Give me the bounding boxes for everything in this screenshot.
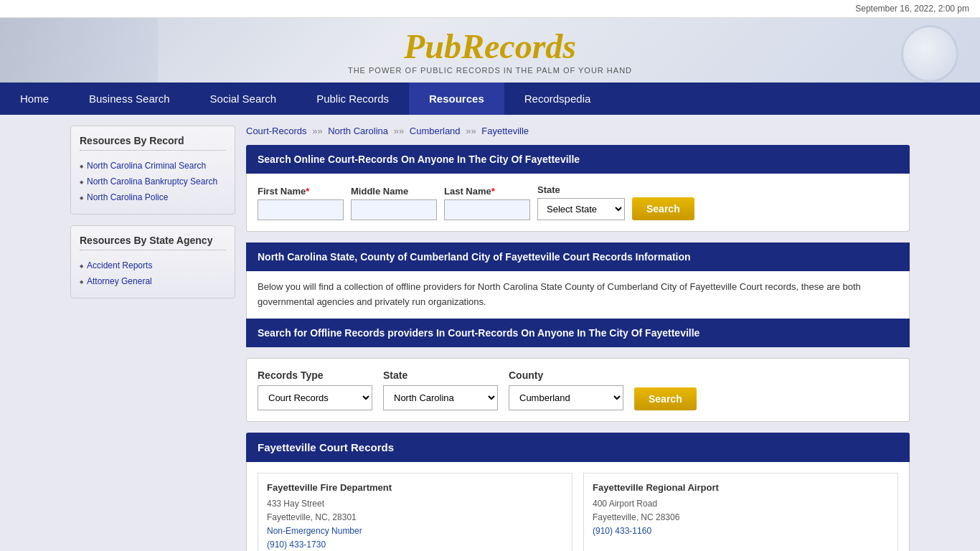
- sidebar: Resources By Record North Carolina Crimi…: [70, 126, 235, 551]
- agency-address1-fire: 433 Hay Street: [267, 499, 324, 509]
- header-bg-decoration: [0, 18, 158, 83]
- attorney-general-link[interactable]: Attorney General: [87, 276, 152, 286]
- nav-home[interactable]: Home: [0, 83, 69, 115]
- court-records-section: Fayetteville Court Records Fayetteville …: [246, 433, 910, 551]
- breadcrumb-cumberland[interactable]: Cumberland: [410, 126, 461, 136]
- last-name-label: Last Name*: [444, 186, 530, 197]
- accident-reports-link[interactable]: Accident Reports: [87, 260, 152, 270]
- records-county-select[interactable]: Cumberland Wake: [509, 385, 623, 410]
- offline-search-banner: Search for Offline Records providers In …: [246, 319, 910, 347]
- records-state-select[interactable]: North Carolina Alabama: [383, 385, 498, 410]
- nc-criminal-search-link[interactable]: North Carolina Criminal Search: [87, 161, 206, 171]
- nav-resources[interactable]: Resources: [409, 83, 504, 115]
- info-banner: North Carolina State, County of Cumberla…: [246, 242, 910, 271]
- breadcrumb-sep1: »»: [312, 126, 325, 136]
- main-nav: Home Business Search Social Search Publi…: [0, 83, 980, 115]
- main-content: Court-Records »» North Carolina »» Cumbe…: [246, 126, 910, 551]
- breadcrumb-court-records[interactable]: Court-Records: [246, 126, 307, 136]
- agency-address1-airport: 400 Airport Road: [593, 499, 657, 509]
- online-search-button[interactable]: Search: [632, 197, 694, 220]
- required-marker2: *: [491, 186, 495, 197]
- page-body: Resources By Record North Carolina Crimi…: [60, 115, 920, 551]
- tagline: THE POWER OF PUBLIC RECORDS IN THE PALM …: [348, 66, 632, 75]
- info-section: North Carolina State, County of Cumberla…: [246, 242, 910, 347]
- info-content: Below you will find a collection of offl…: [246, 271, 910, 319]
- first-name-label: First Name*: [258, 186, 344, 197]
- required-marker: *: [306, 186, 309, 197]
- agency-link1-airport[interactable]: (910) 433-1160: [593, 526, 651, 536]
- list-item: Accident Reports: [80, 258, 226, 273]
- breadcrumb-sep3: »»: [466, 126, 479, 136]
- resources-by-record-title: Resources By Record: [80, 135, 226, 151]
- nav-recordspedia[interactable]: Recordspedia: [504, 83, 611, 115]
- agency-card-airport: Fayetteville Regional Airport 400 Airpor…: [583, 473, 898, 551]
- brand-pub: Pub: [404, 27, 461, 65]
- first-name-input[interactable]: [258, 199, 344, 220]
- list-item: North Carolina Bankruptcy Search: [80, 174, 226, 189]
- state-label: State: [537, 184, 625, 195]
- records-county-group: County Cumberland Wake: [509, 369, 623, 410]
- brand-name: PubRecords: [348, 27, 632, 66]
- magnifier-decoration: [901, 25, 958, 83]
- online-search-banner: Search Online Court-Records On Anyone In…: [246, 145, 910, 174]
- records-type-group: Records Type Court Records Criminal Reco…: [258, 369, 372, 410]
- records-search-box: Records Type Court Records Criminal Reco…: [246, 358, 910, 422]
- middle-name-label: Middle Name: [351, 186, 437, 197]
- agency-link2-fire[interactable]: (910) 433-1730: [267, 540, 326, 550]
- records-type-select[interactable]: Court Records Criminal Records Backgroun…: [258, 385, 372, 410]
- resources-by-agency-title: Resources By State Agency: [80, 235, 226, 250]
- resources-by-agency-list: Accident Reports Attorney General: [80, 258, 226, 289]
- agency-link1-fire[interactable]: Non-Emergency Number: [267, 526, 362, 536]
- agency-address2-fire: Fayetteville, NC, 28301: [267, 512, 357, 522]
- agency-cards-container: Fayetteville Fire Department 433 Hay Str…: [246, 462, 910, 551]
- middle-name-input[interactable]: [351, 199, 437, 220]
- breadcrumb-nc[interactable]: North Carolina: [328, 126, 388, 136]
- resources-by-record-box: Resources By Record North Carolina Crimi…: [70, 126, 235, 215]
- list-item: Attorney General: [80, 273, 226, 289]
- datetime-display: September 16, 2022, 2:00 pm: [855, 4, 969, 14]
- nav-business-search[interactable]: Business Search: [69, 83, 190, 115]
- last-name-group: Last Name*: [444, 186, 530, 220]
- records-type-label: Records Type: [258, 369, 372, 381]
- nav-public-records[interactable]: Public Records: [296, 83, 409, 115]
- breadcrumb-fayetteville[interactable]: Fayetteville: [481, 126, 529, 136]
- agency-card-fire: Fayetteville Fire Department 433 Hay Str…: [258, 473, 573, 551]
- last-name-input[interactable]: [444, 199, 530, 220]
- brand-records: Records: [461, 27, 576, 65]
- first-name-group: First Name*: [258, 186, 344, 220]
- resources-by-record-list: North Carolina Criminal Search North Car…: [80, 158, 226, 205]
- state-group: State Select State North Carolina: [537, 184, 625, 220]
- state-select[interactable]: Select State North Carolina: [537, 198, 625, 220]
- nc-bankruptcy-search-link[interactable]: North Carolina Bankruptcy Search: [87, 176, 217, 187]
- resources-by-agency-box: Resources By State Agency Accident Repor…: [70, 225, 235, 298]
- online-search-form: First Name* Middle Name Last Name* State: [246, 174, 910, 232]
- court-records-title: Fayetteville Court Records: [246, 433, 910, 462]
- middle-name-group: Middle Name: [351, 186, 437, 220]
- records-search-row: Records Type Court Records Criminal Reco…: [258, 369, 898, 410]
- agency-address2-airport: Fayetteville, NC 28306: [593, 512, 679, 522]
- records-county-label: County: [509, 369, 623, 381]
- nav-social-search[interactable]: Social Search: [190, 83, 297, 115]
- agency-name-fire: Fayetteville Fire Department: [267, 482, 563, 493]
- online-search-section: Search Online Court-Records On Anyone In…: [246, 145, 910, 232]
- records-state-label: State: [383, 369, 498, 381]
- agency-name-airport: Fayetteville Regional Airport: [593, 482, 889, 493]
- breadcrumb-sep2: »»: [394, 126, 407, 136]
- breadcrumb: Court-Records »» North Carolina »» Cumbe…: [246, 126, 910, 136]
- header-main: PubRecords THE POWER OF PUBLIC RECORDS I…: [0, 18, 980, 83]
- search-form-row: First Name* Middle Name Last Name* State: [258, 184, 898, 220]
- list-item: North Carolina Criminal Search: [80, 158, 226, 174]
- list-item: North Carolina Police: [80, 189, 226, 205]
- records-search-button[interactable]: Search: [634, 387, 697, 410]
- nc-police-link[interactable]: North Carolina Police: [87, 192, 168, 202]
- records-state-group: State North Carolina Alabama: [383, 369, 498, 410]
- site-logo: PubRecords THE POWER OF PUBLIC RECORDS I…: [348, 27, 632, 75]
